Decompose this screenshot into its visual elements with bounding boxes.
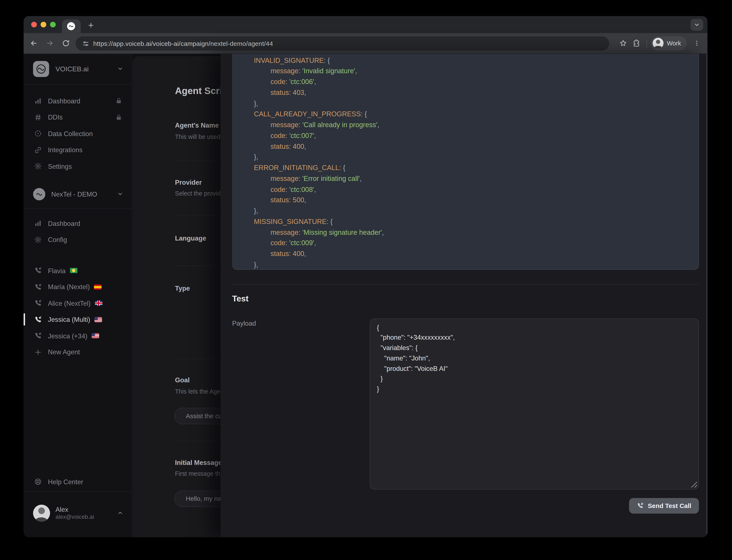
code-line: CALL_ALREADY_IN_PROGRESS: { <box>237 109 689 120</box>
user-email: alex@voiceb.ai <box>56 514 117 521</box>
agent-name-label: Alice (NextTel) <box>48 300 91 307</box>
agent-name-label: Jessica (Multi) <box>48 316 90 324</box>
org-switcher[interactable]: VOICEB.ai <box>23 58 132 79</box>
sidebar-item-integrations[interactable]: Integrations <box>23 142 132 158</box>
initial-message-label: Initial Message <box>175 459 222 467</box>
chevron-up-icon <box>117 510 123 516</box>
screen: https://app.voiceb.ai/voiceb-ai/campaign… <box>0 0 732 560</box>
maximize-window-button[interactable] <box>50 22 56 27</box>
phone-in-icon <box>34 283 42 291</box>
provider-label: Provider <box>175 179 202 186</box>
code-line: status: 500, <box>237 195 689 206</box>
nextel-logo-icon <box>33 188 45 200</box>
sidebar-divider <box>23 491 132 492</box>
sidebar-agent-mar-a-nextel[interactable]: María (Nextel) <box>23 279 132 295</box>
scrollbar-track[interactable] <box>706 54 708 537</box>
sidebar-item-settings[interactable]: Settings <box>23 158 132 174</box>
code-line: code: 'ctc:009', <box>237 238 689 249</box>
tab-search-chevron-button[interactable] <box>691 19 703 31</box>
agent-name-label: Jessica (+34) <box>48 332 87 340</box>
code-line: }, <box>237 259 689 270</box>
app-content: VOICEB.ai DashboardDDIsData CollectionIn… <box>23 54 708 537</box>
new-agent-label: New Agent <box>48 348 122 356</box>
flag-br-icon <box>70 268 77 273</box>
agent-name-label: Flavia <box>48 267 66 274</box>
new-tab-button[interactable] <box>85 19 97 32</box>
selected-indicator <box>23 314 25 326</box>
org-name: VOICEB.ai <box>56 65 117 73</box>
provider-helper: Select the provid <box>175 190 221 197</box>
flag-gb-icon <box>95 301 103 306</box>
workspace-item-config[interactable]: Config <box>23 232 132 248</box>
gear-icon <box>34 162 42 170</box>
error-codes-editor[interactable]: INVALID_SIGNATURE: {message: 'Invalid si… <box>232 54 699 270</box>
lifebuoy-icon <box>34 478 42 486</box>
url-text: https://app.voiceb.ai/voiceb-ai/campaign… <box>93 40 273 47</box>
close-window-button[interactable] <box>31 22 37 27</box>
user-menu[interactable]: Alex alex@voiceb.ai <box>23 500 132 526</box>
tab-strip <box>23 16 708 33</box>
sidebar-agent-jessica-34[interactable]: Jessica (+34) <box>23 328 132 344</box>
sidebar-item-ddis[interactable]: DDIs <box>23 109 132 126</box>
hash-icon <box>34 113 42 121</box>
code-line: }, <box>237 98 689 109</box>
code-line: message: 'Invalid signature', <box>237 66 689 77</box>
phone-in-icon <box>34 299 42 307</box>
workspace-switcher[interactable]: NexTel - DEMO <box>23 186 132 202</box>
reload-button[interactable] <box>59 37 72 50</box>
sidebar-divider <box>23 208 132 209</box>
sidebar: VOICEB.ai DashboardDDIsData CollectionIn… <box>23 54 132 537</box>
goal-helper: This lets the Age <box>175 388 221 395</box>
resize-grip-icon[interactable] <box>691 481 697 487</box>
code-line: code: 'ctc:006', <box>237 77 689 87</box>
chevron-down-icon <box>117 66 123 72</box>
phone-in-icon <box>34 332 42 340</box>
sidebar-item-label: Settings <box>48 163 122 170</box>
user-avatar <box>33 504 50 521</box>
send-test-call-button[interactable]: Send Test Call <box>629 498 699 513</box>
type-label: Type <box>175 284 190 292</box>
payload-textarea[interactable]: { "phone": "+34xxxxxxxxx", "variables": … <box>370 318 699 490</box>
profile-chip[interactable]: Work <box>651 36 687 51</box>
phone-outgoing-icon <box>636 502 643 509</box>
sidebar-agent-jessica-multi[interactable]: Jessica (Multi) <box>23 311 132 328</box>
sidebar-item-help-center[interactable]: Help Center <box>23 474 132 490</box>
workspace-name: NexTel - DEMO <box>51 190 117 198</box>
bookmark-star-icon[interactable] <box>616 37 629 50</box>
page-title: Agent Scrip <box>175 86 228 96</box>
forward-button[interactable] <box>43 37 56 50</box>
site-settings-icon[interactable] <box>82 40 89 47</box>
code-line: status: 400, <box>237 141 689 152</box>
gear-icon <box>34 236 42 244</box>
bar-chart-icon <box>34 219 42 228</box>
browser-menu-kebab-icon[interactable] <box>691 37 703 50</box>
workspace-item-dashboard[interactable]: Dashboard <box>23 215 132 232</box>
profile-label: Work <box>667 40 681 47</box>
sidebar-divider <box>23 84 132 84</box>
browser-window: https://app.voiceb.ai/voiceb-ai/campaign… <box>23 16 708 537</box>
send-test-call-label: Send Test Call <box>648 502 691 509</box>
sidebar-agent-flavia[interactable]: Flavia <box>23 263 132 279</box>
scan-icon <box>34 130 42 138</box>
browser-tab[interactable] <box>62 20 80 33</box>
language-label: Language <box>175 234 206 242</box>
section-divider <box>232 284 699 284</box>
sidebar-item-dashboard[interactable]: Dashboard <box>23 93 132 109</box>
plus-icon <box>34 348 42 356</box>
sidebar-item-data-collection[interactable]: Data Collection <box>23 125 132 142</box>
new-agent-button[interactable]: New Agent <box>23 344 132 360</box>
phone-in-icon <box>34 267 42 275</box>
back-button[interactable] <box>27 37 40 50</box>
lock-icon <box>115 114 122 121</box>
minimize-window-button[interactable] <box>40 22 46 27</box>
code-line: }, <box>237 152 689 163</box>
url-bar[interactable]: https://app.voiceb.ai/voiceb-ai/campaign… <box>75 37 609 51</box>
voiceb-logo-icon <box>33 61 49 77</box>
sidebar-agent-alice-nexttel[interactable]: Alice (NextTel) <box>23 295 132 311</box>
toolbar-separator <box>646 39 647 48</box>
code-line: ERROR_INITIATING_CALL: { <box>237 163 689 173</box>
extensions-icon[interactable] <box>629 37 643 50</box>
code-line: message: 'Missing signature header', <box>237 227 689 238</box>
flag-us-icon <box>94 317 102 322</box>
sidebar-item-label: Data Collection <box>48 130 122 138</box>
